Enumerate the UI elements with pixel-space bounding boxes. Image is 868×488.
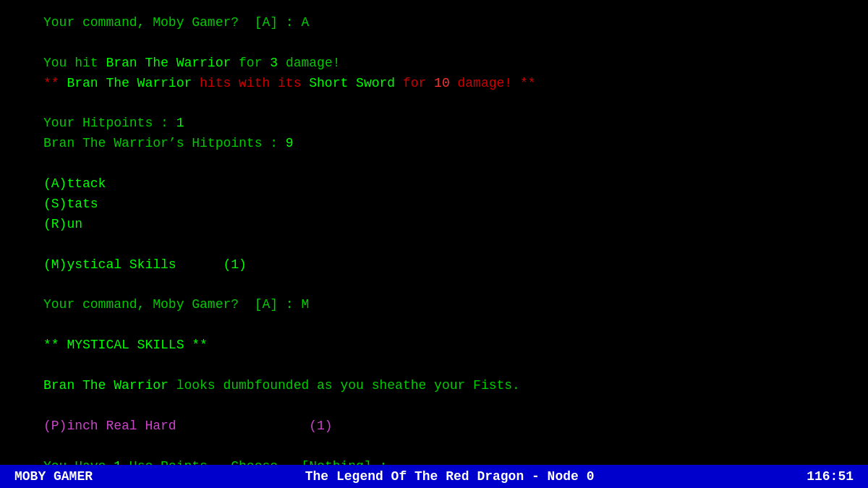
text-segment: 1 [114,459,122,465]
text-segment: 10 [434,76,450,90]
terminal-line: ** Bran The Warrior hits with its Short … [43,74,825,94]
text-segment: Your Hitpoints : [43,116,176,130]
terminal-line: ** MYSTICAL SKILLS ** [43,335,825,356]
text-segment: 1 [176,116,184,130]
text-segment: (M)ystical Skills (1) [43,257,247,272]
text-segment: 9 [286,136,294,150]
terminal-line: You hit Bran The Warrior for 3 damage! [43,53,825,74]
terminal-line: Bran The Warrior looks dumbfounded as yo… [43,376,825,396]
spacer-line [43,94,825,114]
terminal-output: Your command, Moby Gamer? [A] : AYou hit… [0,0,868,465]
text-segment: Bran The Warrior’s Hitpoints : [43,136,286,150]
spacer-line [43,356,825,376]
text-segment: ** [43,76,67,90]
text-segment: hits with its [192,76,309,90]
text-segment: Bran The Warrior [43,378,169,393]
text-segment: damage! ** [450,76,536,90]
text-segment: You hit [43,56,106,70]
terminal-line: (R)un [43,215,825,235]
game-title: The Legend Of The Red Dragon - Node 0 [93,469,807,484]
spacer-line [43,154,825,174]
spacer-line [43,315,825,335]
status-bar: MOBY GAMER The Legend Of The Red Dragon … [0,465,868,488]
text-segment: Bran The Warrior [67,76,192,90]
text-segment: Short Sword [309,76,395,90]
spacer-line [43,33,825,53]
terminal-line: You Have 1 Use Points. Choose. [Nothing]… [43,457,825,465]
text-segment: Bran The Warrior [106,56,231,70]
text-segment: for [395,76,434,90]
text-segment: damage! [278,56,340,70]
terminal-line: Your command, Moby Gamer? [A] : A [43,13,825,33]
text-segment: (S)tats [43,197,98,211]
player-name: MOBY GAMER [14,469,93,484]
text-segment: (A)ttack [43,176,106,191]
spacer-line [43,437,825,457]
text-segment: looks dumbfounded as you sheathe your Fi… [169,378,520,393]
text-segment: (P)inch Real Hard (1) [43,419,333,433]
text-segment: You Have [43,459,114,465]
text-segment: for [231,56,270,70]
terminal-line: (A)ttack [43,174,825,194]
terminal-line: (P)inch Real Hard (1) [43,416,825,437]
text-segment: 3 [270,56,278,70]
terminal-line: (M)ystical Skills (1) [43,255,825,275]
text-segment: Your command, Moby Gamer? [A] : A [43,15,309,30]
terminal-line: (S)tats [43,194,825,215]
terminal-line: Bran The Warrior’s Hitpoints : 9 [43,134,825,154]
spacer-line [43,396,825,416]
time-display: 116:51 [807,469,854,484]
spacer-line [43,275,825,296]
text-segment: Your command, Moby Gamer? [A] : M [43,297,309,312]
terminal-line: Your command, Moby Gamer? [A] : M [43,295,825,315]
text-segment: (R)un [43,217,82,231]
terminal-line: Your Hitpoints : 1 [43,114,825,134]
text-segment: ** MYSTICAL SKILLS ** [43,338,208,352]
spacer-line [43,235,825,255]
text-segment: Use Points. Choose. [Nothing] :_ [122,459,395,465]
